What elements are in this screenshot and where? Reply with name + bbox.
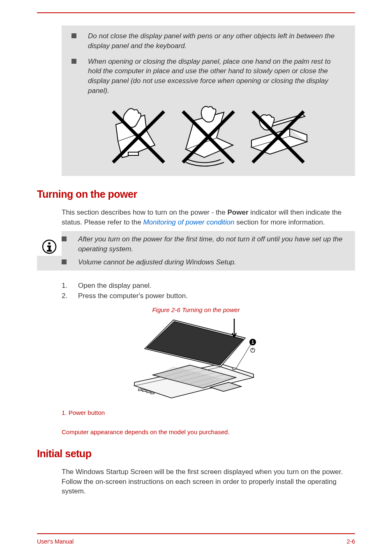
step-text: Press the computer's power button. (78, 291, 188, 301)
info-list: After you turn on the power for the firs… (62, 234, 345, 267)
warning-text: When opening or closing the display pane… (88, 57, 345, 96)
square-bullet-icon (62, 236, 67, 241)
figure-label: 1. Power button (62, 409, 355, 416)
step-text: Open the display panel. (78, 280, 152, 291)
svg-rect-30 (138, 389, 142, 391)
warning-callout-box: Do not close the display panel with pens… (62, 25, 355, 176)
warning-list: Do not close the display panel with pens… (71, 31, 345, 96)
svg-rect-0 (128, 152, 138, 155)
intro-text-3: section for more information. (235, 218, 325, 226)
info-callout-box: After you turn on the power for the firs… (37, 231, 355, 270)
svg-rect-31 (143, 390, 146, 391)
step-number: 2. (62, 291, 78, 301)
monitoring-link[interactable]: Monitoring of power condition (143, 218, 234, 226)
page-footer: User's Manual 2-6 (37, 533, 355, 545)
warning-item: Do not close the display panel with pens… (71, 31, 345, 51)
info-icon (42, 239, 57, 256)
info-text: Volume cannot be adjusted during Windows… (78, 257, 236, 267)
illustration-no-object-between (245, 104, 311, 168)
svg-rect-33 (151, 392, 154, 394)
section-heading-power: Turning on the power (37, 188, 355, 200)
intro-power-bold: Power (227, 208, 248, 216)
info-item: Volume cannot be adjusted during Windows… (62, 257, 345, 267)
square-bullet-icon (71, 59, 76, 64)
steps-list: 1. Open the display panel. 2. Press the … (62, 280, 355, 301)
info-text: After you turn on the power for the firs… (78, 234, 345, 254)
svg-line-35 (236, 345, 251, 369)
step-item: 1. Open the display panel. (62, 280, 355, 291)
footer-right: 2-6 (347, 538, 355, 545)
illustration-no-hold-screen (106, 104, 171, 168)
top-divider (37, 12, 355, 13)
info-item: After you turn on the power for the firs… (62, 234, 345, 254)
svg-rect-32 (147, 391, 150, 393)
intro-text-1: This section describes how to turn on th… (62, 208, 227, 216)
illustration-no-shake (175, 104, 241, 168)
callout-number: 1 (251, 340, 254, 345)
footer-left: User's Manual (37, 538, 74, 545)
warning-text: Do not close the display panel with pens… (88, 31, 345, 51)
appearance-note: Computer appearance depends on the model… (62, 428, 355, 435)
section-heading-initial-setup: Initial setup (37, 448, 355, 460)
step-item: 2. Press the computer's power button. (62, 291, 355, 301)
power-intro-paragraph: This section describes how to turn on th… (62, 208, 355, 227)
warning-illustrations (71, 104, 345, 168)
figure-caption: Figure 2-6 Turning on the power (37, 306, 355, 313)
svg-point-8 (48, 243, 51, 245)
info-icon-column (37, 231, 62, 256)
square-bullet-icon (62, 259, 67, 264)
step-number: 1. (62, 280, 78, 291)
warning-item: When opening or closing the display pane… (71, 57, 345, 96)
initial-setup-paragraph: The Windows Startup Screen will be the f… (62, 467, 355, 496)
square-bullet-icon (71, 33, 76, 38)
svg-point-34 (232, 368, 236, 370)
svg-rect-11 (47, 250, 52, 252)
info-content: After you turn on the power for the firs… (62, 231, 355, 270)
figure-power-button: 1 (37, 317, 355, 401)
